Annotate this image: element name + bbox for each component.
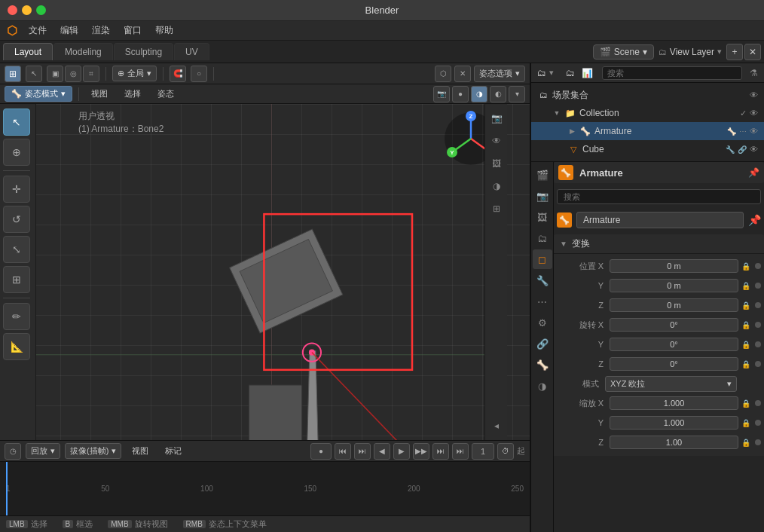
cube-edit-icon[interactable]: 🔧: [726, 145, 735, 154]
props-search-input[interactable]: [557, 189, 761, 204]
view-btn[interactable]: 👁: [487, 131, 506, 151]
pos-y-lock[interactable]: 🔒: [738, 282, 753, 290]
next-keyframe-btn[interactable]: ⏭: [432, 443, 449, 460]
next-frame-btn[interactable]: ▶▶: [413, 443, 429, 460]
render-props-btn[interactable]: 📷: [533, 186, 552, 206]
frame-display[interactable]: ●: [310, 443, 332, 460]
pos-y-input[interactable]: [610, 279, 738, 292]
view-layer-dropdown[interactable]: ▾: [717, 47, 722, 57]
tool-rotate[interactable]: ↺: [3, 206, 30, 233]
grid-btn[interactable]: ⊞: [487, 199, 506, 219]
scale-z-input[interactable]: [610, 436, 738, 449]
menu-file[interactable]: 文件: [23, 23, 53, 38]
menu-edit[interactable]: 编辑: [54, 23, 84, 38]
timeline-numbers[interactable]: 1 50 100 150 200 250: [0, 462, 530, 515]
rot-x-lock[interactable]: 🔒: [738, 321, 753, 329]
armature-visibility[interactable]: 👁: [750, 127, 758, 136]
collection-visibility[interactable]: ✓: [740, 109, 747, 118]
modifier-props-btn[interactable]: 🔧: [533, 271, 552, 290]
shading-solid-btn[interactable]: ●: [452, 86, 469, 102]
rot-y-input[interactable]: [610, 338, 738, 351]
add-workspace-btn[interactable]: +: [726, 44, 743, 60]
view-menu-btn[interactable]: 视图: [85, 87, 114, 101]
current-frame[interactable]: 1: [472, 443, 494, 460]
prev-frame-btn[interactable]: ◀: [374, 443, 390, 460]
object-props-btn[interactable]: ◻: [533, 249, 552, 269]
minimize-button[interactable]: [22, 5, 32, 15]
prev-keyframe-btn[interactable]: ⏭: [354, 443, 371, 460]
close-btn[interactable]: ✕: [454, 66, 471, 82]
pos-x-input[interactable]: [610, 259, 738, 273]
cursor-tool[interactable]: ↖: [26, 66, 42, 82]
timeline-view-btn[interactable]: 视图: [126, 444, 154, 458]
scene-visibility-icon[interactable]: 👁: [750, 90, 758, 99]
add-camera-btn[interactable]: 📷: [487, 109, 506, 128]
timeline-type-btn[interactable]: ◷: [5, 443, 21, 460]
shading-material-btn[interactable]: ◑: [471, 86, 487, 102]
cube-constraint-icon[interactable]: 🔗: [738, 145, 747, 154]
menu-help[interactable]: 帮助: [149, 23, 179, 38]
output-props-btn[interactable]: 🖼: [533, 207, 552, 227]
timeline-marker-btn[interactable]: 标记: [159, 444, 188, 458]
display-scene-btn[interactable]: 🗂: [563, 66, 578, 81]
tab-uv[interactable]: UV: [174, 43, 209, 60]
tool-transform[interactable]: ⊞: [3, 266, 30, 293]
pos-z-input[interactable]: [610, 298, 738, 312]
shading-options-btn[interactable]: ▾: [509, 86, 525, 102]
scale-x-input[interactable]: [610, 396, 738, 410]
camera-icon-btn[interactable]: 📷: [433, 86, 450, 102]
proportional-btn[interactable]: ○: [191, 66, 207, 82]
view-layer-props-btn[interactable]: 🗂: [533, 228, 552, 248]
scene-selector[interactable]: 🎬 Scene ▾: [593, 44, 654, 60]
tool-scale[interactable]: ⤡: [3, 236, 30, 263]
circle-select-btn[interactable]: ◎: [65, 66, 81, 82]
scene-props-btn[interactable]: 🎬: [533, 165, 552, 185]
mode-dropdown[interactable]: 🦴 姿态模式 ▾: [5, 86, 72, 102]
props-data-pin[interactable]: 📌: [748, 214, 761, 226]
rot-y-lock[interactable]: 🔒: [738, 341, 753, 349]
filter-icon[interactable]: ⚗: [750, 68, 758, 78]
viewport-3d[interactable]: ↖ ⊕ ✛ ↺ ⤡ ⊞ ✏ 📐: [0, 104, 530, 440]
insert-btn[interactable]: 拔像(插帧) ▾: [65, 443, 121, 459]
outliner-search[interactable]: [602, 66, 742, 80]
fps-display[interactable]: ⏱: [497, 443, 514, 460]
tree-collection[interactable]: ▼ 📁 Collection ✓ 👁: [531, 104, 764, 122]
render-btn[interactable]: 🖼: [487, 154, 506, 173]
scale-x-lock[interactable]: 🔒: [738, 399, 753, 408]
shading-rendered-btn[interactable]: ◐: [490, 86, 506, 102]
lasso-select-btn[interactable]: ⌗: [83, 66, 99, 82]
rotation-mode-dropdown[interactable]: XYZ 欧拉 ▾: [605, 376, 737, 392]
material-btn[interactable]: ◑: [487, 176, 506, 196]
pose-options-btn[interactable]: 姿态选项 ▾: [474, 66, 525, 82]
rot-z-lock[interactable]: 🔒: [738, 360, 753, 368]
tool-select[interactable]: ↖: [3, 109, 30, 136]
display-data-btn[interactable]: 📊: [579, 66, 594, 81]
props-pin-btn[interactable]: 📌: [748, 167, 759, 178]
tab-sculpting[interactable]: Sculpting: [114, 43, 173, 60]
tool-annotate[interactable]: ✏: [3, 303, 30, 330]
jump-end-btn[interactable]: ⏭: [452, 443, 469, 460]
tab-layout[interactable]: Layout: [3, 43, 53, 60]
constraints-props-btn[interactable]: 🔗: [533, 334, 552, 353]
material-props-btn[interactable]: ◑: [533, 376, 552, 396]
select-menu-btn[interactable]: 选择: [118, 87, 147, 101]
armature-options-icon[interactable]: ⋯: [739, 127, 747, 136]
tool-move[interactable]: ✛: [3, 176, 30, 203]
close-button[interactable]: [8, 5, 17, 15]
snap-btn[interactable]: 🧲: [170, 66, 186, 82]
armature-edit-icon[interactable]: 🦴: [727, 127, 736, 136]
tree-armature[interactable]: ▶ 🦴 Armature 🦴 ⋯ 👁: [531, 122, 764, 140]
tree-cube[interactable]: ▽ Cube 🔧 🔗 👁: [531, 140, 764, 158]
tool-measure[interactable]: 📐: [3, 333, 30, 360]
data-props-btn[interactable]: 🦴: [533, 355, 552, 375]
rot-z-input[interactable]: [610, 357, 738, 371]
maximize-button[interactable]: [36, 5, 46, 15]
scale-z-lock[interactable]: 🔒: [738, 439, 753, 447]
playback-btn[interactable]: 回放 ▾: [26, 443, 60, 459]
transform-header[interactable]: ▼ 变换: [554, 234, 764, 254]
rot-x-input[interactable]: [610, 318, 738, 332]
menu-render[interactable]: 渲染: [86, 23, 116, 38]
play-btn[interactable]: ▶: [393, 443, 410, 460]
viewport-content[interactable]: 用户透视 (1) Armature：Bone2 Z: [36, 104, 507, 440]
physics-props-btn[interactable]: ⚙: [533, 313, 552, 332]
